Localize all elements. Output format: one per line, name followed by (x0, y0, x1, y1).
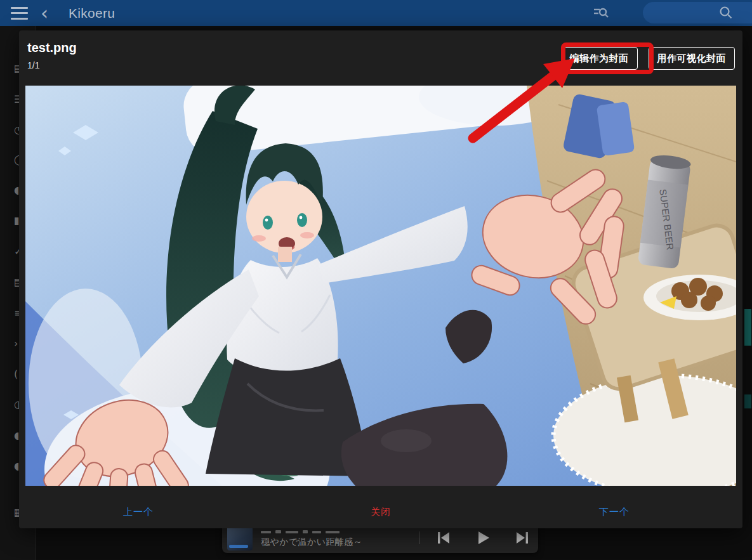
player-controls (435, 530, 531, 546)
app-root: ‹ Kikoeru ▤ ☰ ◔ ◯ ◖ ▮ ✓ ▤ ≡ › ( ◑ (0, 0, 752, 560)
preview-image: SUPER BEER (25, 86, 736, 486)
use-as-visual-cover-button[interactable]: 用作可视化封面 (649, 47, 736, 70)
filter-search-icon[interactable] (592, 6, 610, 21)
menu-icon[interactable] (11, 7, 28, 20)
search-input[interactable] (643, 8, 719, 18)
player-album-art[interactable] (227, 525, 253, 550)
search-icon (719, 6, 733, 22)
scrollbar-thumb[interactable] (744, 309, 751, 346)
image-filename: test.png (27, 41, 77, 55)
skip-previous-icon[interactable] (435, 530, 452, 546)
app-title: Kikoeru (69, 6, 115, 21)
page-indicator: 1/1 (27, 60, 39, 70)
scrollbar-thumb[interactable] (744, 394, 751, 408)
next-image-link[interactable]: 下一个 (599, 506, 630, 518)
image-viewer-dialog: test.png 1/1 编辑作为封面 用作可视化封面 (19, 30, 742, 528)
top-app-bar: ‹ Kikoeru (0, 0, 752, 26)
player-subtitle: 穏やかで温かい距離感～ (261, 537, 413, 548)
previous-image-link[interactable]: 上一个 (123, 506, 154, 518)
search-box (643, 2, 752, 23)
edit-as-cover-button[interactable]: 编辑作为封面 (561, 47, 638, 70)
chevron-left-icon[interactable]: ‹ (41, 3, 48, 24)
close-dialog-link[interactable]: 关闭 (371, 506, 391, 518)
player-divider (419, 531, 420, 544)
skip-next-icon[interactable] (514, 530, 531, 546)
play-icon[interactable] (475, 530, 491, 546)
player-title-clipped (261, 528, 413, 533)
player-track-info: 穏やかで温かい距離感～ (261, 528, 413, 548)
